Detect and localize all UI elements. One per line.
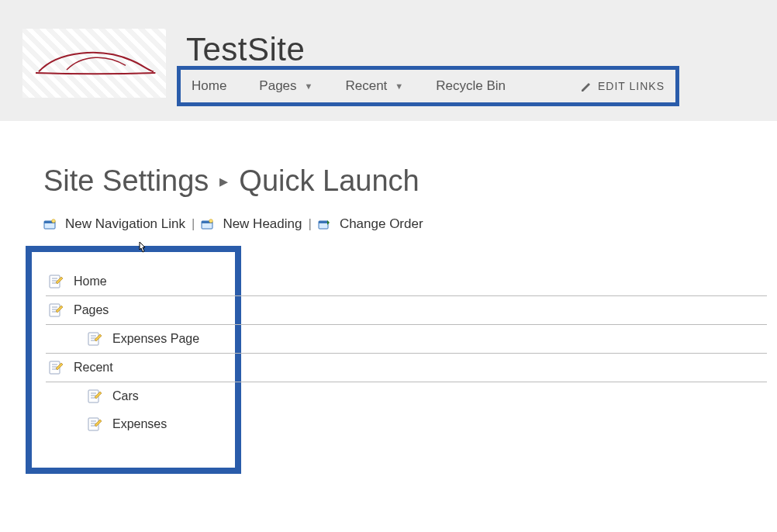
car-logo-icon [29,48,161,79]
tree-label: Pages [74,303,109,317]
edit-page-icon [88,417,102,431]
new-navigation-link[interactable]: New Navigation Link [65,216,185,232]
topnav-item-pages[interactable]: Pages ▼ [259,78,313,94]
tree-label: Cars [112,389,139,403]
page-title: Site Settings ▸ Quick Launch [43,164,777,198]
new-link-icon [43,219,56,230]
tree-label: Home [74,275,107,288]
tree-heading-pages[interactable]: Pages [32,296,235,324]
topnav-item-recent[interactable]: Recent ▼ [345,78,403,94]
topnav-label: Home [192,78,226,94]
topnav-item-home[interactable]: Home [192,78,226,94]
topnav-label: Pages [259,78,296,94]
breadcrumb-separator-icon: ▸ [219,171,228,192]
chevron-down-icon: ▼ [395,81,403,91]
separator: | [308,216,311,232]
tree-label: Expenses [112,417,167,431]
edit-page-icon [88,332,102,346]
change-order-link[interactable]: Change Order [340,216,423,232]
pointer-cursor-icon [136,240,150,257]
edit-links-label: EDIT LINKS [598,80,665,92]
topnav-label: Recycle Bin [436,78,506,94]
edit-page-icon [49,361,63,375]
top-nav-bar: Home Pages ▼ Recent ▼ Recycle Bin EDIT L… [177,66,679,106]
new-heading-link[interactable]: New Heading [223,216,302,232]
breadcrumb-current: Quick Launch [239,164,419,198]
tree-heading-home[interactable]: Home [32,268,235,295]
site-title[interactable]: TestSite [186,31,305,68]
tree-label: Recent [74,361,113,375]
quick-launch-tree: Home Pages Expenses Page Recent Cars [26,246,241,474]
change-order-icon [318,219,330,230]
chevron-down-icon: ▼ [305,81,313,91]
tree-heading-recent[interactable]: Recent [32,354,235,382]
action-bar: New Navigation Link | New Heading | Chan… [43,216,777,232]
topnav-label: Recent [345,78,387,94]
tree-label: Expenses Page [112,332,199,346]
tree-item-cars[interactable]: Cars [32,382,235,410]
tree-item-expenses-page[interactable]: Expenses Page [32,325,235,353]
new-heading-icon [201,219,213,230]
edit-links-button[interactable]: EDIT LINKS [581,80,665,92]
pencil-icon [581,81,592,92]
edit-page-icon [49,303,63,317]
separator: | [192,216,195,232]
tree-item-expenses[interactable]: Expenses [32,410,235,438]
edit-page-icon [88,389,102,403]
breadcrumb-parent[interactable]: Site Settings [43,164,209,198]
edit-page-icon [49,275,63,288]
topnav-item-recycle-bin[interactable]: Recycle Bin [436,78,506,94]
site-logo[interactable] [22,29,166,98]
